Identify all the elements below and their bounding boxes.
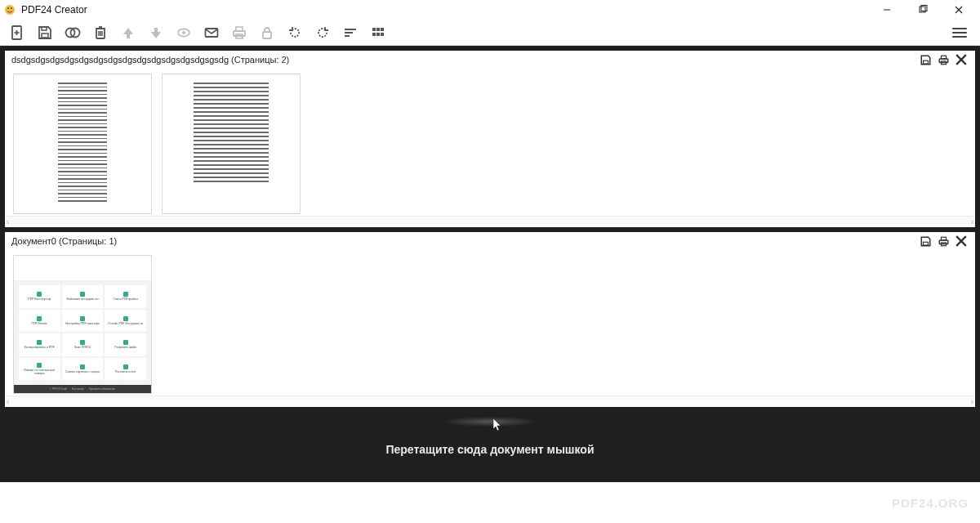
horizontal-scrollbar[interactable]: ‹ › xyxy=(5,396,975,407)
svg-rect-34 xyxy=(372,33,376,36)
doc-close-button[interactable] xyxy=(954,52,969,67)
print-button[interactable] xyxy=(227,21,252,44)
svg-rect-33 xyxy=(381,28,384,31)
new-file-button[interactable] xyxy=(5,21,29,44)
app-icon xyxy=(3,3,16,16)
svg-rect-38 xyxy=(939,59,948,63)
doc-close-button[interactable] xyxy=(954,234,969,248)
page-thumbnail[interactable] xyxy=(13,74,152,214)
document-title: Документ0 (Страницы: 1) xyxy=(11,236,117,246)
footer: PDF24.ORG xyxy=(0,482,980,516)
svg-point-2 xyxy=(11,7,12,9)
window-controls xyxy=(869,0,977,20)
svg-point-1 xyxy=(7,7,9,9)
svg-rect-11 xyxy=(42,27,47,30)
svg-rect-24 xyxy=(234,31,245,36)
watermark: PDF24.ORG xyxy=(892,496,969,510)
svg-rect-39 xyxy=(941,56,946,59)
scroll-left-icon[interactable]: ‹ xyxy=(7,397,9,406)
svg-point-22 xyxy=(182,31,185,34)
svg-rect-25 xyxy=(236,27,243,31)
svg-rect-37 xyxy=(923,60,928,64)
delete-button[interactable] xyxy=(88,21,113,44)
move-up-button[interactable] xyxy=(116,21,140,44)
horizontal-scrollbar[interactable]: ‹ › xyxy=(5,216,975,227)
drop-zone[interactable]: Перетащите сюда документ мышкой xyxy=(0,417,980,482)
workspace: dsdgsdgsdgsdgsdgsdgsdgsdgsdgsdgsdgsdgsdg… xyxy=(0,46,980,417)
toolbar xyxy=(0,20,980,46)
document-panel[interactable]: Документ0 (Страницы: 1) PDF Конструктор xyxy=(5,232,975,407)
scroll-right-icon[interactable]: › xyxy=(971,217,973,226)
maximize-button[interactable] xyxy=(905,0,941,20)
drop-zone-text: Перетащите сюда документ мышкой xyxy=(385,443,594,456)
page-thumbnail[interactable] xyxy=(162,74,301,214)
close-button[interactable] xyxy=(941,0,977,20)
doc-print-button[interactable] xyxy=(936,52,951,67)
grid-button[interactable] xyxy=(366,21,390,44)
svg-rect-44 xyxy=(939,240,948,244)
rotate-right-button[interactable] xyxy=(310,21,335,44)
minimize-button[interactable] xyxy=(869,0,905,20)
scroll-right-icon[interactable]: › xyxy=(971,397,973,406)
document-header: Документ0 (Страницы: 1) xyxy=(5,232,975,250)
svg-rect-45 xyxy=(941,237,946,240)
svg-rect-35 xyxy=(376,33,380,36)
titlebar: PDF24 Creator xyxy=(0,0,980,20)
menu-button[interactable] xyxy=(952,21,972,44)
launcher-grid: PDF Конструктор Файловые инструменты Сжа… xyxy=(14,280,151,385)
app-title: PDF24 Creator xyxy=(21,4,87,16)
page-thumbnail[interactable]: PDF Конструктор Файловые инструменты Сжа… xyxy=(13,255,152,394)
rotate-left-button[interactable] xyxy=(283,21,307,44)
document-title: dsdgsdgsdgsdgsdgsdgsdgsdgsdgsdgsdgsdgsdg… xyxy=(11,55,289,65)
merge-button[interactable] xyxy=(60,21,85,44)
svg-rect-31 xyxy=(372,28,376,31)
mail-button[interactable] xyxy=(199,21,224,44)
svg-rect-27 xyxy=(263,32,271,38)
svg-point-0 xyxy=(5,5,15,15)
svg-rect-32 xyxy=(376,28,380,31)
lock-button[interactable] xyxy=(255,21,279,44)
svg-rect-43 xyxy=(923,242,928,245)
document-viewport: PDF Конструктор Файловые инструменты Сжа… xyxy=(5,250,975,396)
svg-rect-36 xyxy=(381,33,384,36)
doc-save-button[interactable] xyxy=(918,52,933,67)
move-down-button[interactable] xyxy=(144,21,168,44)
document-viewport xyxy=(5,69,975,216)
doc-save-button[interactable] xyxy=(918,234,933,248)
document-header: dsdgsdgsdgsdgsdgsdgsdgsdgsdgsdgsdgsdgsdg… xyxy=(5,51,975,69)
doc-print-button[interactable] xyxy=(936,234,951,248)
scroll-left-icon[interactable]: ‹ xyxy=(7,217,9,226)
save-button[interactable] xyxy=(33,21,57,44)
preview-button[interactable] xyxy=(172,21,196,44)
svg-rect-12 xyxy=(42,34,48,38)
sort-button[interactable] xyxy=(338,21,363,44)
document-panel[interactable]: dsdgsdgsdgsdgsdgsdgsdgsdgsdgsdgsdgsdgsdg… xyxy=(5,51,975,227)
